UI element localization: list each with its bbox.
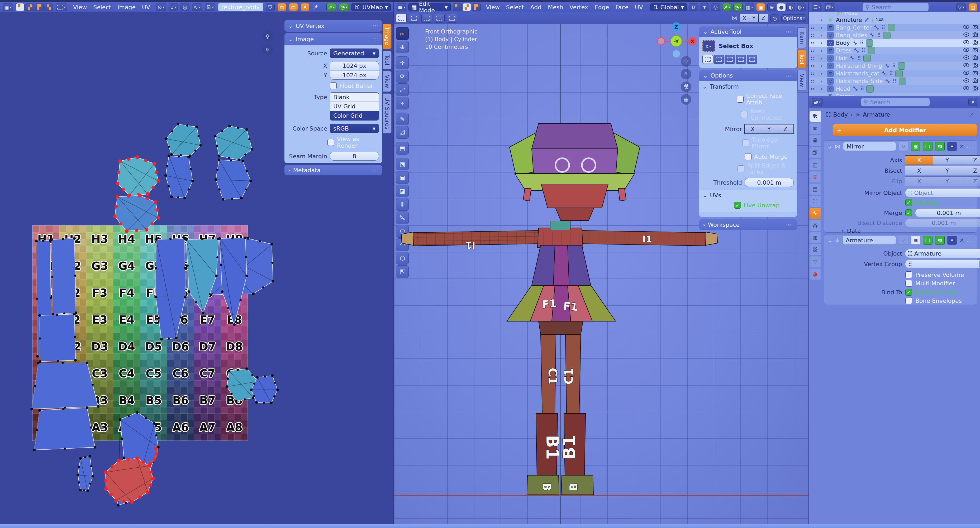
- outliner-row-hair[interactable]: ⠶›▽Hair🔧︎⠿▽: [809, 54, 980, 62]
- viewport-pan-gizmo[interactable]: ✋︎: [681, 69, 691, 79]
- data-subpanel-row[interactable]: › Data: [842, 228, 980, 234]
- outliner-search-input[interactable]: ⚲ Search: [862, 3, 929, 11]
- disable-render-camera-icon[interactable]: [972, 85, 978, 93]
- properties-tab-scene[interactable]: ◱: [810, 159, 821, 170]
- x-size-field[interactable]: 1024 px: [330, 61, 379, 70]
- uv-pivot-button[interactable]: ⊙▾: [156, 3, 166, 11]
- mirror-flip-y[interactable]: Y: [933, 176, 961, 186]
- properties-tab-material[interactable]: ◕: [810, 268, 821, 279]
- properties-tab-collection[interactable]: ▤: [810, 184, 821, 195]
- hide-viewport-eye-icon[interactable]: [963, 47, 969, 54]
- mesh-edit-overlay-button[interactable]: ▦▾: [745, 3, 754, 11]
- uv-menu-image[interactable]: Image: [114, 3, 139, 11]
- tool-mirror-axis-x[interactable]: X: [745, 124, 761, 134]
- outliner-item-name[interactable]: Body: [836, 40, 850, 46]
- model-part[interactable]: [541, 184, 608, 208]
- mirror-object-field[interactable]: ⛶ Object ✎: [905, 189, 980, 197]
- options-panel-header[interactable]: ⌄ Options ::::: [699, 70, 797, 81]
- viewport-menu-uv[interactable]: UV: [632, 3, 646, 11]
- properties-tab-object[interactable]: ⛶: [810, 196, 821, 207]
- viewport-tab-view[interactable]: View: [797, 70, 807, 91]
- type-option-uv-grid[interactable]: UV Grid: [330, 102, 379, 111]
- armature-editmode-toggle[interactable]: ▦: [911, 236, 920, 245]
- outliner-item-name[interactable]: Empty: [836, 94, 854, 96]
- uv-island[interactable]: [113, 193, 160, 233]
- outliner-item-name[interactable]: Bang_sides: [836, 32, 867, 38]
- uv-island[interactable]: [38, 313, 77, 363]
- disable-render-camera-icon[interactable]: [972, 24, 978, 32]
- uv-island[interactable]: [164, 155, 194, 200]
- add-modifier-button[interactable]: + Add Modifier: [833, 124, 977, 136]
- disable-render-camera-icon[interactable]: [972, 54, 978, 62]
- viewport-menu-view[interactable]: View: [483, 3, 503, 11]
- model-part[interactable]: [401, 232, 414, 245]
- disable-render-camera-icon[interactable]: [972, 47, 978, 54]
- hide-viewport-eye-icon[interactable]: [963, 39, 969, 47]
- uv-select-mode-face-button[interactable]: ▛: [35, 3, 43, 11]
- uv-select-mode-edge-button[interactable]: ▞: [25, 3, 34, 11]
- outliner-item-name[interactable]: Hair: [836, 55, 847, 62]
- outliner-item-name[interactable]: Bang_Center: [836, 25, 872, 31]
- mirror-axis-x[interactable]: X: [905, 155, 933, 165]
- mirror-bisect-z[interactable]: Z: [961, 166, 980, 175]
- mode-invert-button[interactable]: [736, 55, 746, 64]
- uv-island[interactable]: [154, 237, 186, 341]
- uv-zoom-gizmo[interactable]: ⚲: [262, 31, 273, 42]
- open-image-button[interactable]: 🗀: [289, 3, 298, 11]
- hide-viewport-eye-icon[interactable]: [963, 62, 969, 70]
- select-mode-edge-button[interactable]: ▞: [462, 3, 471, 11]
- merge-value-field[interactable]: 0.001 m: [915, 209, 980, 217]
- uvpack-arrow-button[interactable]: ↗▾: [722, 3, 731, 11]
- drag-handle-icon[interactable]: ::::: [371, 37, 379, 41]
- outliner-row-hairstrands_side[interactable]: ⠶›▽Hairstrands_Side🔧︎⠿▽: [809, 77, 980, 85]
- properties-tab-tool[interactable]: 🛠︎: [810, 111, 821, 122]
- viewport-menu-vertex[interactable]: Vertex: [566, 3, 591, 11]
- uv-island[interactable]: [215, 159, 252, 201]
- mirror-show-in-editmode-toggle[interactable]: ▦: [911, 142, 920, 151]
- hide-viewport-eye-icon[interactable]: [963, 32, 969, 39]
- armature-cage-toggle[interactable]: ▽: [899, 236, 908, 245]
- breadcrumb-object[interactable]: Body: [833, 111, 848, 118]
- viewport-zoom-gizmo[interactable]: ⚲: [681, 56, 691, 67]
- image-browse-button[interactable]: 🖻▾: [205, 3, 216, 11]
- viewport-ortho-gizmo[interactable]: ▦: [681, 94, 691, 105]
- model-part[interactable]: [706, 232, 718, 245]
- hide-viewport-eye-icon[interactable]: [963, 77, 969, 85]
- fake-user-shield-button[interactable]: ⛉: [266, 3, 275, 11]
- mode-subtract-button[interactable]: [725, 55, 735, 64]
- properties-tab-render[interactable]: 🖭︎: [810, 123, 821, 134]
- properties-search-input[interactable]: ⚲ Search: [861, 98, 930, 106]
- source-dropdown[interactable]: Generated▾: [330, 49, 379, 58]
- preserve-volume-checkbox[interactable]: [905, 271, 912, 278]
- outliner-item-name[interactable]: Hairstrands_Side: [836, 78, 883, 84]
- expand-arrow-icon[interactable]: ›: [818, 40, 825, 46]
- uv-menu-uv[interactable]: UV: [139, 3, 153, 11]
- pin-icon[interactable]: 📌︎: [312, 3, 318, 11]
- uv-tab-image[interactable]: Image: [383, 24, 391, 49]
- disable-render-camera-icon[interactable]: [972, 39, 978, 47]
- viewport-menu-edge[interactable]: Edge: [591, 3, 612, 11]
- gizmo-minus-z-axis[interactable]: [673, 50, 680, 57]
- uv-tab-uv-squares[interactable]: UV Squares: [383, 94, 391, 133]
- drag-handle-icon[interactable]: ::::: [371, 168, 379, 172]
- uv-menu-select[interactable]: Select: [90, 3, 114, 11]
- uv-island[interactable]: [214, 125, 253, 161]
- uv-export-button[interactable]: ↗▾: [326, 3, 336, 11]
- viewport-editor-type-button[interactable]: 🖿▾: [396, 3, 406, 11]
- mirror-flip-x[interactable]: X: [905, 176, 933, 186]
- uvpack-circle-button[interactable]: ◔▾: [733, 3, 743, 11]
- viewport-area[interactable]: ⋈ XYZ ◷ Options▾ ▻⊕✛⟳⤢⌖✎📐︎⬒⬔▣◪⫴🔪︎⬠◠⬡⇱ Fr…: [394, 12, 808, 524]
- merge-checkbox[interactable]: ✓: [905, 209, 912, 216]
- outliner-filter-button[interactable]: ▽▾: [956, 3, 966, 11]
- outliner-filter-id-button[interactable]: 🗇▾: [824, 3, 835, 11]
- mirror-axis-y[interactable]: Y: [933, 155, 961, 165]
- y-size-field[interactable]: 1024 px: [330, 71, 379, 80]
- viewport-tab-item[interactable]: Item: [797, 27, 807, 48]
- color-space-dropdown[interactable]: sRGB▾: [330, 124, 379, 133]
- mirror-show-in-editmode-cage-toggle[interactable]: ▽: [899, 142, 908, 151]
- multi-modifier-checkbox[interactable]: [905, 280, 912, 287]
- uv-island[interactable]: [185, 238, 220, 314]
- uv-sticky-select-button[interactable]: ▾: [56, 3, 67, 11]
- outliner-row-bang_sides[interactable]: ⠶›▽Bang_sides🔧︎⠿▽: [809, 32, 980, 39]
- live-unwrap-checkbox[interactable]: ✓: [734, 202, 741, 209]
